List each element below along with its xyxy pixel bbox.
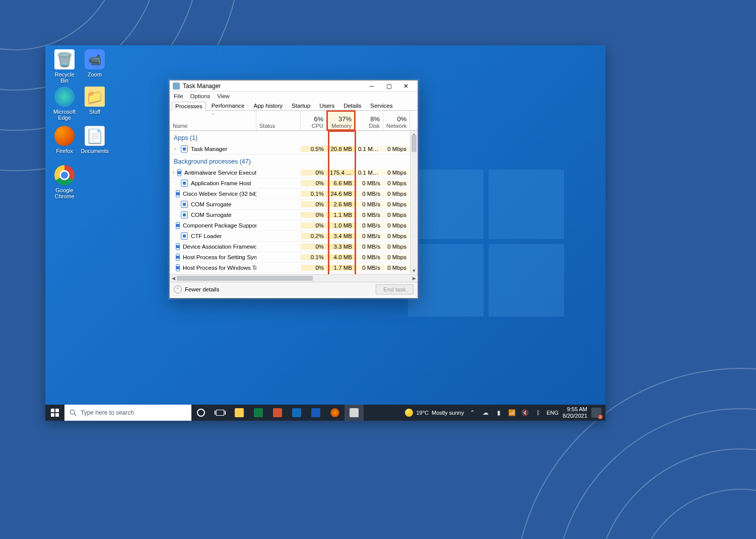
process-name: Host Process for Setting Synchr... [183,254,256,260]
process-row[interactable]: COM Surrogate0%2.6 MB0 MB/s0 Mbps [170,199,418,210]
minimize-button[interactable]: ─ [363,81,380,92]
icon-label: Documents [81,148,109,154]
taskbar-powerpoint[interactable] [268,405,287,421]
process-row[interactable]: Cisco Webex Service (32 bit)0.1%24.6 MB0… [170,189,418,199]
taskbar-word[interactable] [306,405,325,421]
process-row[interactable]: ›Task Manager0.5%20.8 MB0.1 MB/s0 Mbps [170,144,418,155]
col-status[interactable]: Status [256,111,301,130]
taskbar-outlook[interactable] [287,405,306,421]
desktop-icon-edge[interactable]: Microsoft Edge [50,87,79,121]
cell-network: 0 Mbps [383,244,409,250]
desktop-icon-zoom[interactable]: 📹Zoom [81,49,109,78]
tray-battery-icon[interactable]: ▮ [494,408,503,417]
action-center-button[interactable]: 2 [591,408,601,418]
tab-startup[interactable]: Startup [288,101,314,110]
desktop-viewport: 🗑️Recycle Bin 📹Zoom Microsoft Edge 📁Stuf… [45,45,605,421]
tray-onedrive-icon[interactable]: ☁ [481,408,490,417]
tray-chevron-icon[interactable]: ⌃ [468,408,477,417]
horizontal-scrollbar[interactable]: ◀▶ [170,274,418,282]
process-row[interactable]: Application Frame Host0%6.6 MB0 MB/s0 Mb… [170,178,418,189]
cell-memory: 4.0 MB [327,254,355,260]
start-button[interactable] [45,405,64,421]
process-icon [176,222,180,229]
vertical-scrollbar[interactable]: ▲▼ [410,131,418,274]
process-row[interactable]: CTF Loader0.2%3.4 MB0 MB/s0 Mbps [170,231,418,242]
group-header[interactable]: Background processes (47) [170,155,418,168]
menu-file[interactable]: File [174,93,183,99]
tray-wifi-icon[interactable]: 📶 [507,408,516,417]
desktop-icon-chrome[interactable]: Google Chrome [50,165,79,199]
taskbar-firefox[interactable] [325,405,345,421]
process-name: Device Association Framework ... [183,244,256,250]
desktop-icon-stuff[interactable]: 📁Stuff [81,87,109,115]
icon-label: Stuff [81,109,109,115]
maximize-button[interactable]: ▢ [380,81,397,92]
icon-label: Google Chrome [50,187,79,199]
svg-rect-1 [55,409,59,412]
tray-language[interactable]: ENG [546,410,559,416]
process-name: CTF Loader [191,233,222,239]
cell-memory: 20.8 MB [327,146,355,152]
cell-cpu: 0% [301,180,327,186]
process-name: Antimalware Service Executable [184,170,256,176]
cell-cpu: 0% [301,244,327,250]
desktop-icon-firefox[interactable]: Firefox [50,126,79,154]
tab-app-history[interactable]: App history [250,101,287,110]
col-memory[interactable]: 37%Memory [327,111,355,130]
process-row[interactable]: Component Package Support S...0%1.0 MB0 … [170,220,418,231]
process-icon [181,201,188,208]
desktop-icon-recycle-bin[interactable]: 🗑️Recycle Bin [50,49,79,84]
col-disk[interactable]: 8%Disk [355,111,383,130]
expand-chevron-icon[interactable]: › [173,146,178,151]
taskbar-excel[interactable] [249,405,268,421]
close-button[interactable]: ✕ [397,81,415,92]
search-input[interactable]: Type here to search [64,405,191,421]
cell-memory: 1.7 MB [327,265,355,271]
menu-view[interactable]: View [217,93,230,99]
process-icon [176,254,180,261]
expand-chevron-icon[interactable]: › [173,170,174,175]
weather-widget[interactable]: 19°C Mostly sunny [405,409,464,417]
cell-network: 0 Mbps [383,146,409,152]
cell-disk: 0 MB/s [355,201,383,207]
tab-details[interactable]: Details [340,101,365,110]
process-row[interactable]: ›Antimalware Service Executable0%175.4 M… [170,168,418,178]
tab-processes[interactable]: Processes [172,102,206,111]
taskbar-task-manager[interactable] [345,405,364,421]
fewer-details-toggle[interactable]: ⌃Fewer details [174,285,219,293]
tray-bluetooth-icon[interactable]: ᛒ [533,408,542,417]
group-header[interactable]: Apps (1) [170,131,418,144]
sun-icon [405,409,413,417]
process-icon [176,264,180,271]
taskbar-explorer[interactable] [230,405,249,421]
process-row[interactable]: Device Association Framework ...0%3.3 MB… [170,242,418,252]
cell-cpu: 0% [301,170,327,176]
cortana-button[interactable] [191,405,211,421]
cell-network: 0 Mbps [383,265,409,271]
titlebar[interactable]: Task Manager ─ ▢ ✕ [170,81,418,92]
task-view-button[interactable] [211,405,230,421]
process-icon [181,145,188,152]
process-row[interactable]: Host Process for Setting Synchr...0.1%4.… [170,252,418,263]
end-task-button[interactable]: End task [376,284,414,294]
cell-cpu: 0.1% [301,254,327,260]
tab-strip: Processes Performance App history Startu… [170,101,418,111]
process-row[interactable]: Host Process for Windows Tasks0%1.7 MB0 … [170,263,418,273]
tray-clock[interactable]: 9:55 AM 8/20/2021 [563,406,587,419]
desktop-icon-documents[interactable]: 📄Documents [81,126,109,154]
process-row[interactable]: COM Surrogate0%1.1 MB0 MB/s0 Mbps [170,210,418,220]
col-network[interactable]: 0%Network [383,111,410,130]
cell-memory: 1.1 MB [327,212,355,218]
cell-disk: 0.1 MB/s [355,170,383,176]
col-name[interactable]: ⌃Name [170,111,256,130]
svg-rect-0 [51,409,54,412]
process-icon [181,211,188,218]
tab-services[interactable]: Services [367,101,396,110]
menu-options[interactable]: Options [190,93,211,99]
tray-volume-icon[interactable]: 🔇 [520,408,529,417]
tab-users[interactable]: Users [316,101,338,110]
cell-disk: 0 MB/s [355,265,383,271]
col-cpu[interactable]: 6%CPU [301,111,327,130]
cell-memory: 1.0 MB [327,222,355,228]
tab-performance[interactable]: Performance [208,101,248,110]
